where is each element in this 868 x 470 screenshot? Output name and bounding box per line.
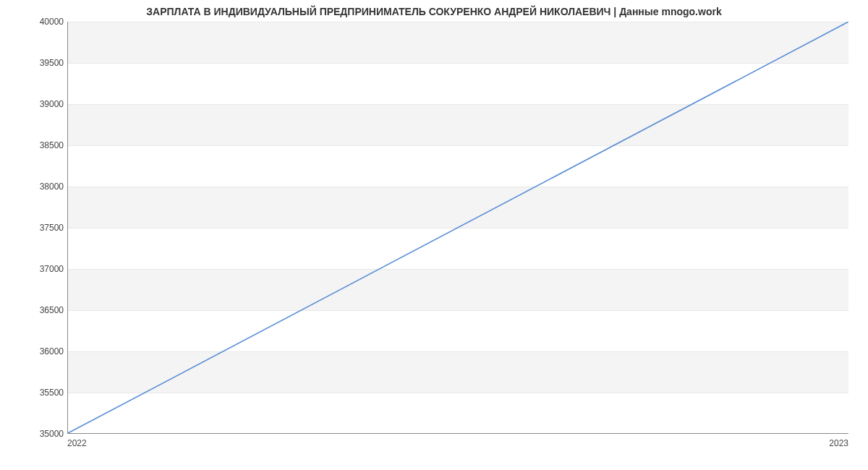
- y-tick-label: 38500: [0, 140, 64, 150]
- y-tick-label: 38000: [0, 181, 64, 192]
- y-tick-label: 40000: [0, 17, 64, 27]
- y-tick-label: 39000: [0, 99, 64, 109]
- y-tick-label: 36000: [0, 346, 64, 356]
- y-tick-label: 39500: [0, 58, 64, 68]
- x-tick-start: 2022: [67, 438, 87, 448]
- plot-area: [67, 22, 848, 434]
- y-tick-label: 37000: [0, 264, 64, 274]
- chart-title: ЗАРПЛАТА В ИНДИВИДУАЛЬНЫЙ ПРЕДПРИНИМАТЕЛ…: [0, 6, 868, 17]
- y-tick-label: 36500: [0, 305, 64, 315]
- data-line: [68, 22, 848, 433]
- x-tick-end: 2023: [829, 438, 848, 448]
- y-tick-label: 37500: [0, 223, 64, 233]
- y-tick-label: 35500: [0, 388, 64, 398]
- chart-container: ЗАРПЛАТА В ИНДИВИДУАЛЬНЫЙ ПРЕДПРИНИМАТЕЛ…: [0, 0, 868, 470]
- y-tick-label: 35000: [0, 429, 64, 439]
